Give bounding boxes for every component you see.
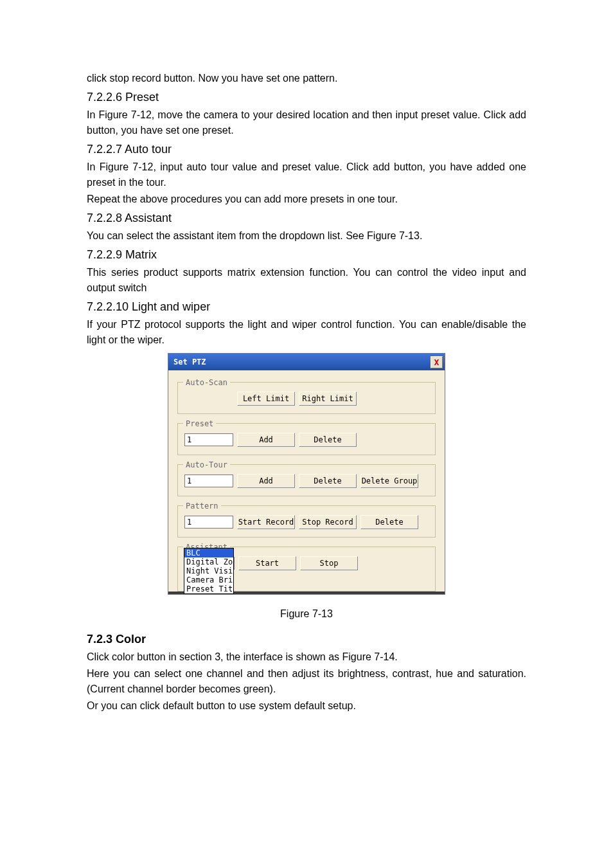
auto-tour-input[interactable]	[184, 475, 233, 487]
preset-add-button[interactable]: Add	[237, 433, 295, 447]
group-pattern: Pattern Start Record Stop Record Delete	[177, 505, 436, 538]
paragraph: Or you can click default button to use s…	[87, 698, 526, 714]
heading-7-2-2-7: 7.2.2.7 Auto tour	[87, 141, 526, 158]
right-limit-button[interactable]: Right Limit	[299, 392, 357, 406]
paragraph: In Figure 7-12, move the camera to your …	[87, 107, 526, 138]
group-legend: Preset	[183, 418, 216, 429]
figure-caption: Figure 7-13	[87, 606, 526, 622]
group-auto-tour: Auto-Tour Add Delete Delete Group	[177, 464, 436, 496]
preset-input[interactable]	[184, 433, 233, 446]
paragraph: In Figure 7-12, input auto tour value an…	[87, 159, 526, 190]
assistant-option[interactable]: Digital Zoom	[184, 557, 233, 566]
group-legend: Pattern	[183, 500, 221, 512]
pattern-input[interactable]	[184, 516, 233, 529]
set-ptz-dialog: Set PTZ X Auto-Scan Left Limit Right Lim…	[168, 353, 445, 595]
paragraph: Click color button in section 3, the int…	[87, 649, 526, 665]
paragraph: If your PTZ protocol supports the light …	[87, 317, 526, 348]
dialog-title-text: Set PTZ	[173, 356, 206, 368]
auto-tour-delete-button[interactable]: Delete	[299, 474, 357, 488]
assistant-start-button[interactable]: Start	[238, 556, 296, 570]
dialog-body: Auto-Scan Left Limit Right Limit Preset …	[168, 370, 445, 592]
assistant-option[interactable]: Preset Title	[184, 584, 233, 593]
paragraph: You can select the assistant item from t…	[87, 228, 526, 244]
group-auto-scan: Auto-Scan Left Limit Right Limit	[177, 382, 436, 414]
heading-7-2-2-6: 7.2.2.6 Preset	[87, 89, 526, 106]
assistant-option[interactable]: Night Vision	[184, 566, 233, 575]
heading-7-2-2-8: 7.2.2.8 Assistant	[87, 210, 526, 227]
pattern-start-record-button[interactable]: Start Record	[237, 515, 295, 529]
auto-tour-delete-group-button[interactable]: Delete Group	[360, 474, 418, 488]
assistant-stop-button[interactable]: Stop	[300, 556, 358, 570]
paragraph: Here you can select one channel and then…	[87, 666, 526, 697]
assistant-select-dropdown[interactable]: BLC Digital Zoom Night Vision Camera Bri…	[184, 548, 234, 594]
paragraph: click stop record button. Now you have s…	[87, 71, 526, 86]
heading-7-2-2-10: 7.2.2.10 Light and wiper	[87, 298, 526, 316]
auto-tour-add-button[interactable]: Add	[237, 474, 295, 488]
figure-7-13: Set PTZ X Auto-Scan Left Limit Right Lim…	[87, 353, 526, 595]
group-preset: Preset Add Delete	[177, 423, 436, 455]
preset-delete-button[interactable]: Delete	[299, 433, 357, 447]
pattern-stop-record-button[interactable]: Stop Record	[299, 515, 357, 529]
assistant-option[interactable]: Camera Brightness	[184, 575, 233, 584]
close-icon[interactable]: X	[431, 356, 443, 368]
group-legend: Auto-Tour	[183, 459, 230, 471]
pattern-delete-button[interactable]: Delete	[360, 515, 418, 529]
heading-7-2-2-9: 7.2.2.9 Matrix	[87, 246, 526, 264]
paragraph: This series product supports matrix exte…	[87, 265, 526, 296]
document-page: click stop record button. Now you have s…	[0, 0, 613, 868]
group-legend: Auto-Scan	[183, 377, 230, 388]
heading-7-2-3: 7.2.3 Color	[87, 631, 526, 648]
assistant-option[interactable]: BLC	[184, 548, 233, 557]
left-limit-button[interactable]: Left Limit	[237, 392, 295, 406]
dialog-titlebar[interactable]: Set PTZ X	[168, 354, 445, 370]
paragraph: Repeat the above procedures you can add …	[87, 192, 526, 207]
